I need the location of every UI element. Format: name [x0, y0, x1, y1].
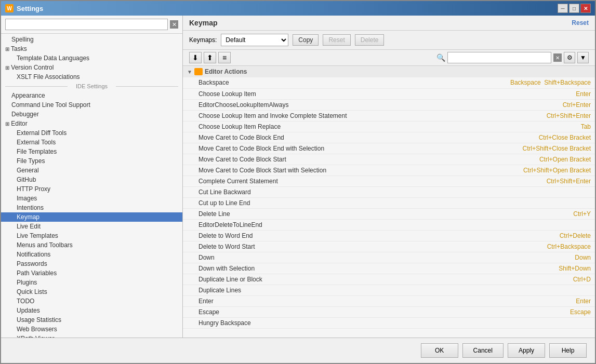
tree-item-github[interactable]: GitHub — [1, 175, 182, 184]
tree-item-cmdline[interactable]: Command Line Tool Support — [1, 100, 182, 110]
collapse-all-button[interactable]: ⬆ — [204, 52, 216, 63]
search-clear-button[interactable]: ✕ — [170, 20, 178, 29]
table-row[interactable]: Choose Lookup Item and Invoke Complete S… — [183, 110, 595, 121]
tree-item-editor[interactable]: ⊞ Editor — [1, 119, 182, 128]
table-row[interactable]: Down with Selection Shift+Down — [183, 263, 595, 274]
tree-item-updates[interactable]: Updates — [1, 306, 182, 315]
table-row[interactable]: Delete to Word End Ctrl+Delete — [183, 230, 595, 241]
tree-item-file-types[interactable]: File Types — [1, 156, 182, 166]
table-row[interactable]: Escape Escape — [183, 306, 595, 317]
section-header-label: Editor Actions — [205, 68, 247, 75]
tree-item-debugger[interactable]: Debugger — [1, 110, 182, 119]
ok-button[interactable]: OK — [421, 343, 458, 358]
tree-item-tasks[interactable]: ⊞ Tasks — [1, 44, 182, 53]
tree-item-menus[interactable]: Menus and Toolbars — [1, 240, 182, 250]
tree-item-images[interactable]: Images — [1, 194, 182, 203]
tree-item-xslt[interactable]: XSLT File Associations — [1, 72, 182, 82]
table-row[interactable]: Delete Line Ctrl+Y — [183, 208, 595, 219]
table-row[interactable]: Move Caret to Code Block Start Ctrl+Open… — [183, 154, 595, 165]
action-shortcut: Ctrl+Delete — [453, 230, 595, 241]
action-shortcut: Ctrl+Shift+Enter — [453, 110, 595, 121]
table-row[interactable]: Move Caret to Code Block End Ctrl+Close … — [183, 132, 595, 143]
right-panel: Keymap Reset Keymaps: Default Copy Reset… — [183, 16, 595, 338]
filter-button[interactable]: ≡ — [218, 52, 231, 63]
apply-button[interactable]: Apply — [508, 343, 545, 358]
action-shortcut — [453, 285, 595, 295]
action-name: Move Caret to Code Block Start with Sele… — [183, 165, 453, 176]
keymap-select[interactable]: Default — [221, 34, 288, 46]
table-row[interactable]: Hungry Backspace — [183, 317, 595, 328]
tree-item-live-edit[interactable]: Live Edit — [1, 222, 182, 231]
tree-item-quick-lists[interactable]: Quick Lists — [1, 287, 182, 296]
tree-item-web-browsers[interactable]: Web Browsers — [1, 325, 182, 334]
table-row[interactable]: Down Down — [183, 252, 595, 263]
keymap-search-input[interactable] — [447, 52, 551, 63]
settings-window: W Settings ─ □ ✕ ✕ Spelling ⊞ Tasks Temp… — [0, 0, 596, 364]
tree-item-http-proxy[interactable]: HTTP Proxy — [1, 184, 182, 194]
tree-item-external-tools[interactable]: External Tools — [1, 138, 182, 147]
tree-item-template-data[interactable]: Template Data Languages — [1, 53, 182, 63]
title-bar: W Settings ─ □ ✕ — [1, 1, 595, 16]
cancel-button[interactable]: Cancel — [462, 343, 504, 358]
tree-item-notifications[interactable]: Notifications — [1, 250, 182, 259]
tree-item-usage-stats[interactable]: Usage Statistics — [1, 315, 182, 325]
section-icon — [194, 68, 203, 75]
table-row[interactable]: Choose Lookup Item Enter — [183, 88, 595, 99]
action-name: Down — [183, 252, 453, 263]
table-row[interactable]: Delete to Word Start Ctrl+Backspace — [183, 241, 595, 252]
table-row[interactable]: Choose Lookup Item Replace Tab — [183, 121, 595, 132]
tree-item-path-variables[interactable]: Path Variables — [1, 268, 182, 278]
action-shortcut: Ctrl+Enter — [453, 99, 595, 110]
table-row[interactable]: Move Caret to Code Block End with Select… — [183, 143, 595, 154]
minimize-button[interactable]: ─ — [558, 4, 568, 13]
settings-icon-button[interactable]: ⚙ — [564, 52, 575, 63]
table-row[interactable]: Duplicate Lines — [183, 285, 595, 295]
tree-item-appearance[interactable]: Appearance — [1, 91, 182, 100]
tree-item-todo[interactable]: TODO — [1, 296, 182, 306]
close-button[interactable]: ✕ — [580, 4, 591, 13]
tree-item-passwords[interactable]: Passwords — [1, 259, 182, 268]
table-row[interactable]: Cut up to Line End — [183, 197, 595, 208]
tree-item-general[interactable]: General — [1, 166, 182, 175]
tree-item-live-templates[interactable]: Live Templates — [1, 231, 182, 240]
table-row[interactable]: Enter Enter — [183, 295, 595, 306]
collapse-section-icon[interactable]: ▼ — [187, 69, 192, 75]
tree-item-plugins[interactable]: Plugins — [1, 278, 182, 287]
delete-button[interactable]: Delete — [355, 34, 385, 46]
tree-item-version-control[interactable]: ⊞ Version Control — [1, 63, 182, 72]
reset-button[interactable]: Reset — [323, 34, 350, 46]
tree-item-keymap[interactable]: Keymap — [1, 212, 182, 222]
tree-item-intentions[interactable]: Intentions — [1, 203, 182, 212]
tree-item-file-templates[interactable]: File Templates — [1, 147, 182, 156]
table-row[interactable]: Move Caret to Code Block Start with Sele… — [183, 165, 595, 176]
maximize-button[interactable]: □ — [569, 4, 579, 13]
table-row[interactable]: Duplicate Line or Block Ctrl+D — [183, 274, 595, 285]
table-row[interactable]: EditorDeleteToLineEnd — [183, 219, 595, 230]
action-name: Choose Lookup Item — [183, 88, 453, 99]
keymap-search-clear[interactable]: ✕ — [553, 53, 562, 62]
action-shortcut: Down — [453, 252, 595, 263]
filter-icon-button[interactable]: ▼ — [577, 52, 589, 63]
copy-button[interactable]: Copy — [293, 34, 319, 46]
toolbar-right: 🔍 ✕ ⚙ ▼ — [436, 52, 589, 63]
search-input[interactable] — [5, 19, 168, 30]
tree-item-spelling[interactable]: Spelling — [1, 35, 182, 44]
action-shortcut: Backspace Shift+Backspace — [453, 77, 595, 88]
table-row[interactable]: EditorChooseLookupItemAlways Ctrl+Enter — [183, 99, 595, 110]
section-header-cell: ▼ Editor Actions — [183, 66, 595, 77]
table-row[interactable]: Complete Current Statement Ctrl+Shift+En… — [183, 176, 595, 186]
tree-item-external-diff[interactable]: External Diff Tools — [1, 128, 182, 138]
table-row[interactable]: Cut Line Backward — [183, 186, 595, 197]
table-row[interactable]: Backspace Backspace Shift+Backspace — [183, 77, 595, 88]
action-shortcut: Shift+Down — [453, 263, 595, 274]
section-header-row: ▼ Editor Actions — [183, 66, 595, 77]
action-shortcut — [453, 197, 595, 208]
action-name: Move Caret to Code Block End — [183, 132, 453, 143]
action-name: Escape — [183, 306, 453, 317]
tree-item-xpath[interactable]: XPath Viewer — [1, 334, 182, 338]
action-shortcut: Ctrl+Close Bracket — [453, 132, 595, 143]
expand-all-button[interactable]: ⬇ — [189, 52, 202, 63]
action-shortcut — [453, 219, 595, 230]
help-button[interactable]: Help — [549, 343, 587, 358]
reset-link[interactable]: Reset — [572, 19, 589, 26]
